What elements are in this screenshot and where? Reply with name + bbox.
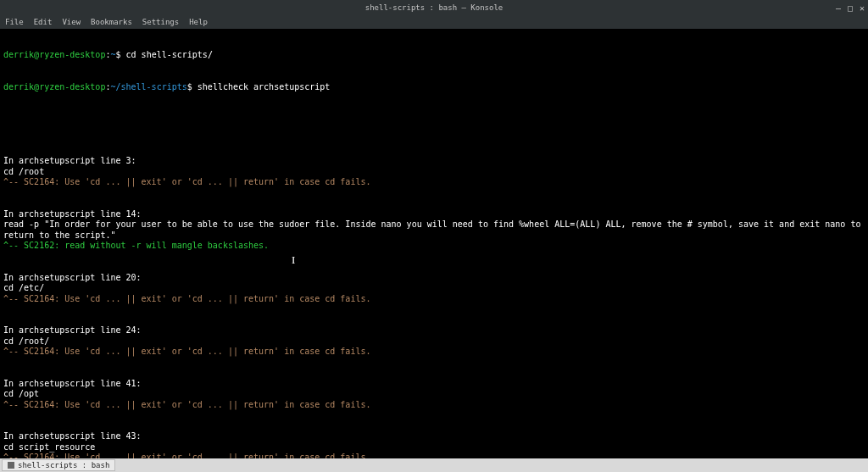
menu-settings[interactable]: Settings — [142, 18, 179, 26]
menu-help[interactable]: Help — [189, 18, 208, 26]
shellcheck-note: ^-- SC2162: read without -r will mangle … — [3, 241, 865, 252]
menu-file[interactable]: File — [5, 18, 24, 26]
prompt-path: ~/shell-scripts — [110, 82, 186, 92]
shellcheck-note: ^-- SC2164: Use 'cd ... || exit' or 'cd … — [3, 400, 865, 411]
terminal-output[interactable]: derrik@ryzen-desktop:~$ cd shell-scripts… — [0, 29, 868, 472]
shellcheck-header: In archsetupscript line 43: — [3, 431, 865, 442]
shellcheck-note: ^-- SC2164: Use 'cd ... || exit' or 'cd … — [3, 294, 865, 305]
shellcheck-note: ^-- SC2164: Use 'cd ... || exit' or 'cd … — [3, 347, 865, 358]
taskbar: shell-scripts : bash — [0, 458, 868, 472]
taskbar-item[interactable]: shell-scripts : bash — [2, 459, 115, 471]
command-cd: cd shell-scripts/ — [126, 50, 213, 59]
minimize-icon[interactable]: – — [836, 3, 841, 13]
shellcheck-code: read -p "In order for your user to be ab… — [3, 219, 865, 241]
shellcheck-header: In archsetupscript line 41: — [3, 379, 865, 390]
window-controls: – □ ✕ — [836, 3, 865, 13]
shellcheck-header: In archsetupscript line 3: — [3, 156, 865, 167]
terminal-app-icon — [8, 462, 14, 469]
shellcheck-header: In archsetupscript line 24: — [3, 325, 865, 336]
maximize-icon[interactable]: □ — [848, 3, 853, 13]
shellcheck-code: cd /opt — [3, 389, 865, 400]
shellcheck-code: cd /etc/ — [3, 283, 865, 294]
shellcheck-code: cd script_resource — [3, 442, 865, 453]
command-shellcheck: shellcheck archsetupscript — [198, 82, 331, 92]
menu-bookmarks[interactable]: Bookmarks — [91, 18, 132, 26]
prompt-user: derrik@ryzen-desktop — [3, 82, 105, 92]
prompt-user: derrik@ryzen-desktop — [3, 50, 105, 59]
menu-edit[interactable]: Edit — [34, 18, 53, 26]
taskbar-item-label: shell-scripts : bash — [18, 461, 109, 469]
window-title: shell-scripts : bash — Konsole — [365, 3, 504, 12]
menubar: File Edit View Bookmarks Settings Help — [0, 15, 868, 29]
close-icon[interactable]: ✕ — [860, 3, 865, 13]
shellcheck-code: cd /root — [3, 167, 865, 178]
window-titlebar: shell-scripts : bash — Konsole – □ ✕ — [0, 0, 868, 15]
shellcheck-code: cd /root/ — [3, 336, 865, 347]
shellcheck-header: In archsetupscript line 14: — [3, 209, 865, 220]
shellcheck-note: ^-- SC2164: Use 'cd ... || exit' or 'cd … — [3, 177, 865, 188]
shellcheck-header: In archsetupscript line 20: — [3, 273, 865, 284]
menu-view[interactable]: View — [62, 18, 81, 26]
